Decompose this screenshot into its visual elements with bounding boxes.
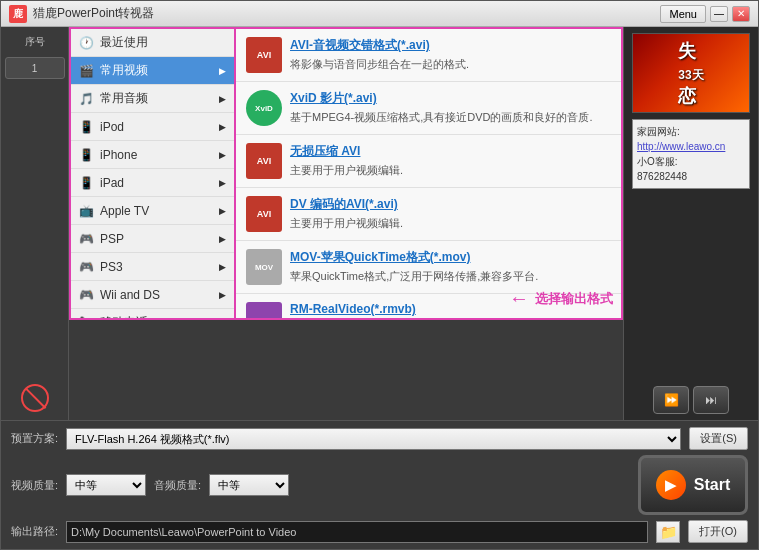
audio-quality-select[interactable]: 中等 — [209, 474, 289, 496]
menu-item-ipod[interactable]: 📱 iPod ▶ — [71, 113, 234, 141]
preset-label: 预置方案: — [11, 431, 58, 446]
window-controls: Menu — ✕ — [660, 5, 750, 23]
open-button[interactable]: 打开(O) — [688, 520, 748, 543]
format-info-xvid: XviD 影片(*.avi) 基于MPEG4-视频压缩格式,具有接近DVD的画质… — [290, 90, 611, 125]
col-header-num: 序号 — [25, 35, 45, 49]
format-title-dv: DV 编码的AVI(*.avi) — [290, 196, 611, 213]
start-icon: ▶ — [656, 470, 686, 500]
arrow-icon: ▶ — [219, 318, 226, 321]
format-item-dv[interactable]: AVI DV 编码的AVI(*.avi) 主要用于用户视频编辑. — [236, 188, 621, 241]
arrow-icon: ▶ — [219, 206, 226, 216]
format-badge-rmvb: RMVB — [246, 302, 282, 320]
format-badge-xvid: XviD — [246, 90, 282, 126]
preset-select[interactable]: FLV-Flash H.264 视频格式(*.flv) — [66, 428, 681, 450]
video-quality-label: 视频质量: — [11, 478, 58, 493]
file-panel: 序号 1 — [1, 27, 69, 420]
menu-button[interactable]: Menu — [660, 5, 706, 23]
menu-item-wii[interactable]: 🎮 Wii and DS ▶ — [71, 281, 234, 309]
folder-button[interactable]: 📁 — [656, 521, 680, 543]
format-title-avi: AVI-音视频交错格式(*.avi) — [290, 37, 611, 54]
title-bar: 鹿 猎鹿PowerPoint转视器 Menu — ✕ — [1, 1, 758, 27]
output-path-input[interactable] — [66, 521, 648, 543]
preview-panel: 失33天恋 家园网站: http://www.leawo.cn 小O客服: 87… — [623, 27, 758, 420]
menu-item-ipad[interactable]: 📱 iPad ▶ — [71, 169, 234, 197]
format-title-nocompress: 无损压缩 AVI — [290, 143, 611, 160]
arrow-icon: ▶ — [219, 234, 226, 244]
menu-item-recent[interactable]: 🕐 最近使用 — [71, 29, 234, 57]
info-line-1: 家园网站: — [637, 124, 745, 139]
format-title-mov: MOV-苹果QuickTime格式(*.mov) — [290, 249, 611, 266]
audio-quality-label: 音频质量: — [154, 478, 201, 493]
menu-item-psp[interactable]: 🎮 PSP ▶ — [71, 225, 234, 253]
start-label: Start — [694, 476, 730, 494]
arrow-icon: ▶ — [219, 262, 226, 272]
info-box: 家园网站: http://www.leawo.cn 小O客服: 87628244… — [632, 119, 750, 189]
format-desc-xvid: 基于MPEG4-视频压缩格式,具有接近DVD的画质和良好的音质. — [290, 110, 611, 125]
start-button[interactable]: ▶ Start — [638, 455, 748, 515]
window-title: 猎鹿PowerPoint转视器 — [33, 5, 660, 22]
annotation-arrow-icon: ← — [509, 287, 529, 310]
format-desc-mov: 苹果QuickTime格式,广泛用于网络传播,兼容多平台. — [290, 269, 611, 284]
video-quality-select[interactable]: 中等 — [66, 474, 146, 496]
format-info-nocompress: 无损压缩 AVI 主要用于用户视频编辑. — [290, 143, 611, 178]
output-path-row: 输出路径: 📁 打开(O) — [11, 520, 748, 543]
format-item-avi[interactable]: AVI AVI-音视频交错格式(*.avi) 将影像与语音同步组合在一起的格式. — [236, 29, 621, 82]
no-icon — [21, 384, 49, 412]
main-window: 鹿 猎鹿PowerPoint转视器 Menu — ✕ 序号 1 — [0, 0, 759, 550]
arrow-icon: ▶ — [219, 66, 226, 76]
format-desc-avi: 将影像与语音同步组合在一起的格式. — [290, 57, 611, 72]
fast-forward-button[interactable]: ⏩ — [653, 386, 689, 414]
format-desc-nocompress: 主要用于用户视频编辑. — [290, 163, 611, 178]
menu-item-common-video[interactable]: 🎬 常用视频 ▶ — [71, 57, 234, 85]
format-badge-mov: MOV — [246, 249, 282, 285]
preview-image: 失33天恋 — [632, 33, 750, 113]
format-desc-rmvb: RealNetworks制定的流媒体格式,低码率也有可接受的画质. — [290, 319, 611, 320]
menu-item-ps3[interactable]: 🎮 PS3 ▶ — [71, 253, 234, 281]
menu-item-common-audio[interactable]: 🎵 常用音频 ▶ — [71, 85, 234, 113]
quality-row: 视频质量: 中等 音频质量: 中等 ▶ Start — [11, 455, 748, 515]
format-info-dv: DV 编码的AVI(*.avi) 主要用于用户视频编辑. — [290, 196, 611, 231]
annotation: ← 选择输出格式 — [509, 287, 613, 310]
minimize-button[interactable]: — — [710, 6, 728, 22]
format-title-xvid: XviD 影片(*.avi) — [290, 90, 611, 107]
preview-title: 失33天恋 — [678, 39, 703, 108]
arrow-icon: ▶ — [219, 150, 226, 160]
arrow-icon: ▶ — [219, 94, 226, 104]
playback-controls: ⏩ ⏭ — [653, 386, 729, 414]
format-badge-nocompress: AVI — [246, 143, 282, 179]
menu-item-iphone[interactable]: 📱 iPhone ▶ — [71, 141, 234, 169]
format-dropdown: 🕐 最近使用 🎬 常用视频 ▶ 🎵 常用音频 ▶ 📱 — [69, 27, 623, 320]
format-badge-dv: AVI — [246, 196, 282, 232]
output-path-label: 输出路径: — [11, 524, 58, 539]
file-row-1[interactable]: 1 — [5, 57, 65, 79]
skip-forward-button[interactable]: ⏭ — [693, 386, 729, 414]
info-line-4: 876282448 — [637, 169, 745, 184]
center-area: 🕐 最近使用 🎬 常用视频 ▶ 🎵 常用音频 ▶ 📱 — [69, 27, 623, 420]
format-info-avi: AVI-音视频交错格式(*.avi) 将影像与语音同步组合在一起的格式. — [290, 37, 611, 72]
close-button[interactable]: ✕ — [732, 6, 750, 22]
menu-item-appletv[interactable]: 📺 Apple TV ▶ — [71, 197, 234, 225]
menu-item-mobile[interactable]: 📞 移动电话 ▶ — [71, 309, 234, 320]
arrow-icon: ▶ — [219, 122, 226, 132]
format-item-nocompress[interactable]: AVI 无损压缩 AVI 主要用于用户视频编辑. — [236, 135, 621, 188]
annotation-label: 选择输出格式 — [535, 290, 613, 308]
settings-button[interactable]: 设置(S) — [689, 427, 748, 450]
arrow-icon: ▶ — [219, 178, 226, 188]
format-badge-avi: AVI — [246, 37, 282, 73]
format-list: AVI AVI-音视频交错格式(*.avi) 将影像与语音同步组合在一起的格式.… — [234, 27, 623, 320]
app-icon: 鹿 — [9, 5, 27, 23]
info-link[interactable]: http://www.leawo.cn — [637, 139, 745, 154]
category-menu: 🕐 最近使用 🎬 常用视频 ▶ 🎵 常用音频 ▶ 📱 — [69, 27, 234, 320]
format-desc-dv: 主要用于用户视频编辑. — [290, 216, 611, 231]
arrow-icon: ▶ — [219, 290, 226, 300]
main-content: 序号 1 🕐 最近使用 🎬 — [1, 27, 758, 420]
bottom-bar: 预置方案: FLV-Flash H.264 视频格式(*.flv) 设置(S) … — [1, 420, 758, 549]
format-item-xvid[interactable]: XviD XviD 影片(*.avi) 基于MPEG4-视频压缩格式,具有接近D… — [236, 82, 621, 135]
format-info-mov: MOV-苹果QuickTime格式(*.mov) 苹果QuickTime格式,广… — [290, 249, 611, 284]
info-line-3: 小O客服: — [637, 154, 745, 169]
preset-row: 预置方案: FLV-Flash H.264 视频格式(*.flv) 设置(S) — [11, 427, 748, 450]
